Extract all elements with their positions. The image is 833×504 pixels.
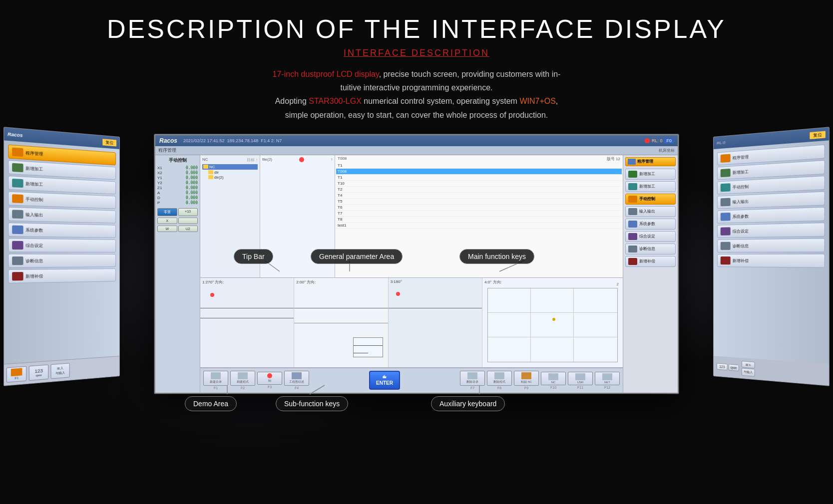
fkey-f2: 刷建程式	[230, 371, 255, 386]
btn-x10: ×10	[178, 208, 198, 216]
desc-highlight-win: WIN7+OS	[519, 97, 555, 105]
coord-d: D0.000	[157, 196, 198, 200]
function-keys: 新建目录 F1 刷建程式 F2 制	[200, 368, 623, 393]
tool-t10: T10	[336, 181, 622, 187]
fkey-f8: 删除程式	[487, 371, 512, 386]
panel-title: 手动控制	[157, 157, 198, 164]
page-subtitle: INTERFACE DESCRIPTION	[0, 48, 833, 58]
btn-empty	[178, 218, 198, 224]
coord-p: P0.000	[157, 201, 198, 205]
right-panel-btn-4: 输入输出	[717, 191, 825, 209]
fkey-f9: 粘贴 NC	[514, 371, 539, 386]
quad-3: 3:180°	[389, 278, 482, 367]
right-panel-btn-5: 系统参数	[717, 207, 825, 223]
tool-t7: T7	[336, 211, 622, 217]
fkey-f3: 制	[257, 372, 282, 385]
right-panel-btn-7: 诊断信息	[717, 238, 825, 252]
diagram-container: Tip Bar General parameter Area Main func…	[0, 127, 833, 426]
kbd-123: 123	[717, 363, 728, 370]
fkey-f12: NET	[595, 372, 620, 385]
desc-text-2: Adopting	[275, 97, 309, 105]
description-text: 17-inch dustproof LCD display, precise t…	[0, 67, 833, 122]
right-btn-3: 新增加工	[625, 181, 676, 192]
main-interface: Racos 2021/02/22 17:41:52 189.234.78.148…	[154, 134, 679, 394]
right-btn-io: 输入输出	[625, 206, 676, 217]
desc-highlight-star: STAR300-LGX	[309, 97, 362, 105]
right-top-btn: 程序管理	[625, 157, 676, 166]
btn-reset: 零置	[157, 208, 177, 216]
btn-w: W	[157, 226, 177, 232]
fkey-f11: USR	[568, 372, 593, 385]
left-fkey-3: ⊞ 入 与输入	[50, 363, 69, 379]
red-dot-indicator	[645, 138, 650, 143]
quad-1: 1:270° 方向:	[200, 278, 294, 367]
callout-sub-function: Sub-function keys	[276, 396, 348, 411]
left-btn-8: 诊断信息	[8, 253, 116, 267]
coord-panel: 手动控制 X10.000 X20.000 Y10.000 Y20.000 Z10…	[155, 155, 200, 393]
right-btn-diag: 诊断信息	[625, 244, 676, 254]
coord-y1: Y10.000	[157, 176, 198, 180]
left-btn-4: 手动控制	[8, 191, 116, 209]
fkey-f7: 删除目录	[460, 371, 485, 386]
enter-button: 🖮 ENTER	[369, 371, 400, 390]
tool-t6: T6	[336, 205, 622, 211]
keyboard-area: 123 qwe ⊞ h 与输入	[714, 356, 829, 386]
left-btn-9: 新增补偿	[8, 268, 116, 283]
tool-t008: T008	[336, 169, 622, 175]
callout-main-function: Main function keys	[459, 249, 534, 264]
right-panel-btn-8: 新增补偿	[717, 253, 825, 267]
kbd-enter: 与输入	[742, 368, 755, 377]
interface-topbar: Racos 2021/02/22 17:41:52 189.234.78.148…	[155, 135, 678, 146]
right-side-panel: RL:0 复位 程序管理 新增加工 手动控制 输入输出 系统参数	[713, 127, 830, 386]
coord-x1: X10.000	[157, 166, 198, 170]
right-btn-manual: 手动控制	[625, 194, 676, 205]
left-fkey-status: 123 qwe	[29, 364, 48, 381]
left-btn-5: 输入输出	[8, 207, 116, 223]
interface-header2: 程序管理 机床坐标	[155, 146, 678, 155]
left-fkey-1: F1	[6, 366, 27, 382]
fkey-f1: 新建目录	[203, 371, 228, 386]
quad-4: 4:0° 方向: 2	[482, 278, 623, 367]
right-btn-combined: 综合设定	[625, 231, 676, 242]
desc-highlight-lcd: 17-inch dustproof LCD display	[273, 70, 379, 78]
tool-t5: T5	[336, 199, 622, 205]
kbd-qwe: qwe	[729, 364, 739, 371]
right-btn-2: 新增加工	[625, 169, 676, 180]
fkey-f4: 工程图综述	[284, 371, 309, 386]
quad-2: 2:00° 方向:	[294, 278, 388, 367]
center-panel: NC目标 ↑ NC dir dir(2)	[200, 155, 623, 393]
callout-general-param: General parameter Area	[311, 249, 403, 264]
kbd-symbol: ⊞ h	[742, 360, 755, 368]
right-btn-sys: 系统参数	[625, 219, 676, 230]
callout-demo-area: Demo Area	[185, 396, 237, 411]
callout-tip-bar: Tip Bar	[234, 249, 273, 264]
tool-t8: T8	[336, 217, 622, 223]
interface-body: 手动控制 X10.000 X20.000 Y10.000 Y20.000 Z10…	[155, 155, 678, 393]
tool-t1: T1	[336, 163, 622, 169]
graphics-area: 1:270° 方向: 2:00° 方向:	[200, 278, 623, 368]
btn-u2: U2	[178, 226, 198, 232]
fkey-f10: NC	[541, 372, 566, 385]
coord-y2: Y20.000	[157, 181, 198, 185]
tool-t4: T4	[336, 193, 622, 199]
tool-t2: T2	[336, 187, 622, 193]
right-function-panel: 程序管理 新增加工 新增加工 手动控制 输入输出	[623, 155, 678, 393]
left-side-panel: Racos 复位 程序管理 新增加工 新增加工 手动控制 输入输出	[3, 127, 120, 386]
coord-x2: X20.000	[157, 171, 198, 175]
left-btn-7: 综合设定	[8, 238, 116, 252]
desc-text-3: numerical control system, operating syst…	[362, 97, 520, 105]
btn-x: X	[157, 218, 177, 224]
interface-logo: Racos	[159, 137, 177, 144]
topbar-info: 2021/02/22 17:41:52 189.234.78.148 F1:4 …	[183, 138, 282, 143]
callout-aux-keyboard: Auxiliary keyboard	[431, 396, 505, 411]
right-btn-comp: 新增补偿	[625, 256, 676, 267]
left-btn-6: 系统参数	[8, 223, 116, 238]
tool-t1b: T1	[336, 175, 622, 181]
coord-a: A0.000	[157, 191, 198, 195]
coord-z1: Z10.000	[157, 186, 198, 190]
right-panel-btn-6: 综合设定	[717, 223, 825, 238]
tool-test1: test1	[336, 223, 622, 229]
page-title: DESCRIPTION OF THE INTERFACE DISPLAY	[0, 0, 833, 44]
